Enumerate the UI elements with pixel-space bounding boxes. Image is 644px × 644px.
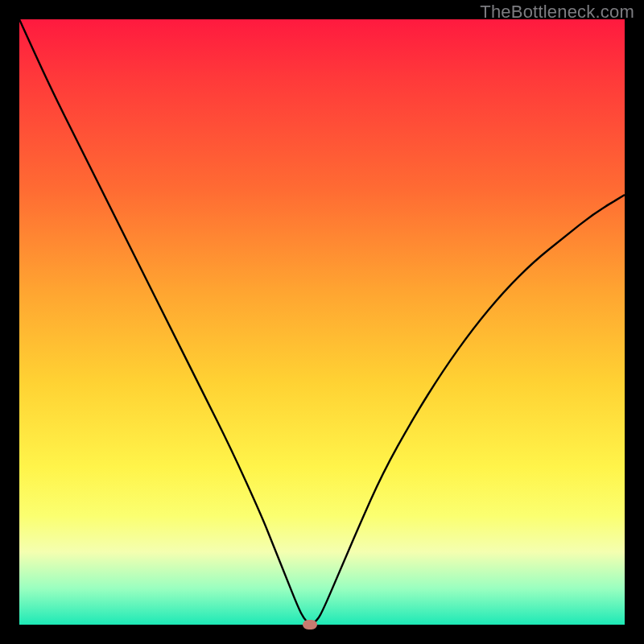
chart-plot-area [19,19,625,625]
chart-frame: TheBottleneck.com [0,0,644,644]
bottleneck-curve [19,19,625,625]
optimum-marker [303,620,317,630]
watermark-text: TheBottleneck.com [480,2,634,23]
curve-path [19,19,625,624]
